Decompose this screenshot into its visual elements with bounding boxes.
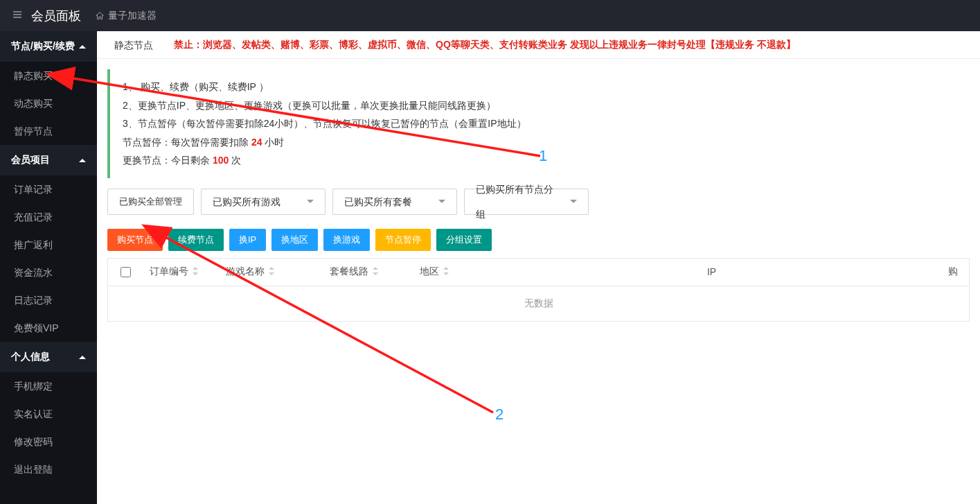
sidebar-item-realname[interactable]: 实名认证 — [0, 400, 97, 428]
svg-marker-4 — [193, 272, 198, 275]
main: 静态节点 禁止：浏览器、发帖类、赌博、彩票、博彩、虚拟币、微信、QQ等聊天类、支… — [97, 31, 980, 504]
notice-line-1: 1、 购买、续费（购买、续费IP ） — [123, 78, 957, 96]
sidebar-item-pause-node[interactable]: 暂停节点 — [0, 117, 97, 145]
svg-marker-10 — [443, 272, 449, 275]
sidebar-group-profile[interactable]: 个人信息 — [0, 342, 97, 372]
breadcrumb-home[interactable]: 量子加速器 — [95, 10, 157, 22]
plan-select-label: 已购买所有套餐 — [344, 189, 412, 214]
group-select-label: 已购买所有节点分组 — [476, 177, 556, 227]
table-empty: 无数据 — [108, 286, 969, 321]
notice-line-4: 节点暂停：每次暂停需要扣除 24 小时 — [123, 133, 957, 152]
sidebar-item-logout[interactable]: 退出登陆 — [0, 455, 97, 483]
select-all-checkbox[interactable] — [121, 267, 131, 277]
sort-icon — [372, 266, 379, 278]
notice-line-2: 2、更换节点IP、更换地区、更换游戏（更换可以批量，单次更换批量只能同线路更换） — [123, 96, 957, 115]
sidebar-item-freevip[interactable]: 免费领VIP — [0, 314, 97, 342]
svg-rect-1 — [13, 14, 21, 15]
caret-up-icon — [79, 356, 86, 359]
plan-select[interactable]: 已购买所有套餐 — [332, 189, 457, 215]
sort-icon — [443, 266, 449, 278]
page-title: 会员面板 — [31, 8, 81, 24]
filter-row: 已购买全部管理 已购买所有游戏 已购买所有套餐 已购买所有节点分组 — [97, 185, 980, 218]
game-select[interactable]: 已购买所有游戏 — [201, 189, 326, 215]
warning-text: 禁止：浏览器、发帖类、赌博、彩票、博彩、虚拟币、微信、QQ等聊天类、支付转账类业… — [174, 39, 796, 51]
sort-icon — [268, 266, 275, 278]
table-header: 订单编号 游戏名称 套餐线路 地区 IP 购 — [108, 259, 969, 286]
menu-toggle-icon[interactable] — [7, 9, 28, 22]
buy-node-button[interactable]: 购买节点 — [107, 229, 163, 251]
svg-marker-7 — [373, 267, 378, 270]
sidebar-group-nodes[interactable]: 节点/购买/续费 — [0, 31, 97, 62]
th-buy: 购 — [941, 266, 969, 278]
breadcrumb-home-label: 量子加速器 — [108, 10, 157, 22]
chevron-down-icon — [438, 200, 445, 203]
notice-line-3: 3、节点暂停（每次暂停需要扣除24小时）、节点恢复可以恢复已暂停的节点（会重置I… — [123, 114, 957, 133]
sidebar-group-nodes-label: 节点/购买/续费 — [11, 40, 75, 53]
svg-rect-0 — [13, 11, 21, 12]
svg-rect-2 — [13, 17, 21, 17]
tab-static-nodes[interactable]: 静态节点 — [107, 31, 160, 59]
svg-marker-9 — [443, 267, 449, 270]
renew-node-button[interactable]: 续费节点 — [168, 229, 224, 251]
th-region[interactable]: 地区 — [413, 266, 482, 278]
change-game-button[interactable]: 换游戏 — [323, 229, 370, 251]
caret-up-icon — [79, 159, 86, 162]
svg-marker-3 — [193, 267, 198, 270]
svg-marker-5 — [269, 267, 274, 270]
chevron-down-icon — [570, 200, 577, 203]
pause-node-button[interactable]: 节点暂停 — [375, 229, 431, 251]
sidebar-item-dynamic-buy[interactable]: 动态购买 — [0, 89, 97, 117]
svg-marker-8 — [373, 272, 378, 275]
sidebar-group-member[interactable]: 会员项目 — [0, 145, 97, 175]
home-icon — [95, 11, 105, 21]
tabbar: 静态节点 禁止：浏览器、发帖类、赌博、彩票、博彩、虚拟币、微信、QQ等聊天类、支… — [97, 31, 980, 59]
topbar: 会员面板 量子加速器 — [0, 0, 980, 31]
sidebar-group-member-label: 会员项目 — [11, 154, 50, 166]
sidebar-item-bind-phone[interactable]: 手机绑定 — [0, 372, 97, 400]
game-select-label: 已购买所有游戏 — [213, 189, 280, 214]
sidebar-item-recharge[interactable]: 充值记录 — [0, 203, 97, 231]
sidebar-group-profile-label: 个人信息 — [11, 351, 50, 363]
group-settings-button[interactable]: 分组设置 — [436, 229, 492, 251]
th-order-no[interactable]: 订单编号 — [143, 266, 219, 278]
nodes-table: 订单编号 游戏名称 套餐线路 地区 IP 购 无数据 — [107, 258, 970, 322]
sidebar-item-rebate[interactable]: 推广返利 — [0, 231, 97, 259]
sidebar-item-password[interactable]: 修改密码 — [0, 428, 97, 455]
sidebar-item-logs[interactable]: 日志记录 — [0, 286, 97, 314]
change-ip-button[interactable]: 换IP — [229, 229, 266, 251]
svg-marker-6 — [269, 272, 274, 275]
all-purchased-button[interactable]: 已购买全部管理 — [107, 189, 194, 215]
sidebar-item-static-buy[interactable]: 静态购买 — [0, 62, 97, 89]
sidebar: 节点/购买/续费 静态购买 动态购买 暂停节点 会员项目 订单记录 充值记录 推… — [0, 31, 97, 504]
th-checkbox — [108, 267, 143, 277]
notice-box: 1、 购买、续费（购买、续费IP ） 2、更换节点IP、更换地区、更换游戏（更换… — [107, 69, 970, 178]
sort-icon — [192, 266, 199, 278]
chevron-down-icon — [307, 200, 314, 203]
th-ip[interactable]: IP — [482, 266, 941, 277]
caret-up-icon — [79, 45, 86, 49]
sidebar-item-orders[interactable]: 订单记录 — [0, 175, 97, 203]
sidebar-item-funds[interactable]: 资金流水 — [0, 259, 97, 286]
th-game-name[interactable]: 游戏名称 — [219, 266, 323, 278]
change-region-button[interactable]: 换地区 — [271, 229, 318, 251]
group-select[interactable]: 已购买所有节点分组 — [464, 189, 589, 215]
notice-line-5: 更换节点：今日剩余 100 次 — [123, 151, 957, 170]
th-plan-route[interactable]: 套餐线路 — [323, 266, 413, 278]
